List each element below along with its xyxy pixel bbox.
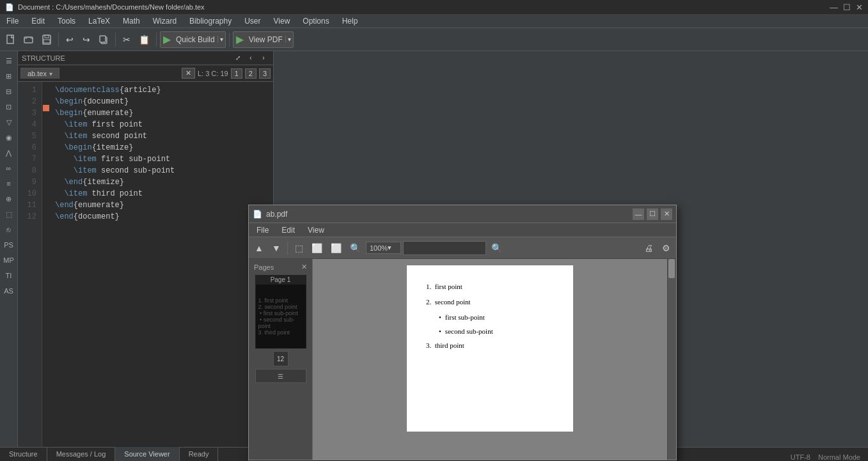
menu-latex[interactable]: LaTeX <box>82 15 116 27</box>
view-mode-3[interactable]: 3 <box>259 68 271 79</box>
pdf-search-input[interactable] <box>403 241 486 255</box>
sidebar-icon-11[interactable]: ⬚ <box>2 207 16 221</box>
save-button[interactable] <box>38 31 55 48</box>
ln-9: 9 <box>20 176 39 188</box>
sidebar-icon-13[interactable]: PS <box>2 238 16 252</box>
file-tab-dropdown[interactable]: ▾ <box>49 70 52 77</box>
line-col-indicator: L: 3 C: 19 <box>198 70 228 77</box>
file-tab-ab-tex[interactable]: ab.tex ▾ <box>20 68 59 79</box>
menu-view[interactable]: View <box>267 15 297 27</box>
new-button[interactable] <box>3 31 19 48</box>
pdf-scrollbar[interactable] <box>667 259 676 460</box>
tab-structure[interactable]: Structure <box>0 447 47 461</box>
status-info: UTF-8 Normal Mode <box>783 453 868 461</box>
view-pdf-btn[interactable]: ▶ View PDF ▾ <box>233 31 294 48</box>
menu-bibliography[interactable]: Bibliography <box>183 15 238 27</box>
sidebar-icon-9[interactable]: ≡ <box>2 176 16 191</box>
tab-messages-log[interactable]: Messages / Log <box>47 447 116 461</box>
view-mode-1[interactable]: 1 <box>231 68 242 79</box>
pdf-menu-file[interactable]: File <box>251 224 274 236</box>
menu-options[interactable]: Options <box>296 15 335 27</box>
pdf-maximize-btn[interactable]: ☐ <box>647 208 658 220</box>
redo-button[interactable]: ↪ <box>79 31 94 48</box>
cut-button[interactable]: ✂ <box>119 31 134 48</box>
page1-label: Page 1 <box>271 275 291 285</box>
pdf-next-page-btn[interactable]: ▼ <box>269 240 284 256</box>
pdf-close-btn[interactable]: ✕ <box>661 208 672 220</box>
sidebar-icon-3[interactable]: ⊟ <box>2 84 16 98</box>
paste-button[interactable]: 📋 <box>136 31 153 48</box>
pdf-zoom-out-btn[interactable]: 🔍 <box>347 240 364 256</box>
toolbar-separator-2 <box>115 33 116 47</box>
code-content[interactable]: \documentclass{article} \begin{document}… <box>50 82 273 447</box>
undo-button[interactable]: ↩ <box>62 31 77 48</box>
menu-user[interactable]: User <box>238 15 267 27</box>
pdf-title-controls[interactable]: — ☐ ✕ <box>633 208 672 220</box>
view-pdf-dropdown[interactable]: ▾ <box>285 36 293 43</box>
open-button[interactable] <box>20 31 37 48</box>
sidebar-icon-15[interactable]: TI <box>2 269 16 283</box>
view-mode-2[interactable]: 2 <box>245 68 256 79</box>
pages-close-btn[interactable]: ✕ <box>301 263 307 271</box>
encoding-label: UTF-8 <box>791 453 810 461</box>
pdf-menu-edit[interactable]: Edit <box>276 224 300 236</box>
sidebar-icon-7[interactable]: ⋀ <box>2 146 16 160</box>
view-btn-close[interactable]: ✕ <box>182 68 195 79</box>
pdf-item-1: 1. first point <box>426 281 554 292</box>
tab-ready[interactable]: Ready <box>180 447 219 461</box>
pdf-minimize-btn[interactable]: — <box>633 208 644 220</box>
pdf-search-btn[interactable]: 🔍 <box>488 240 505 256</box>
ln-12: 12 <box>20 211 39 223</box>
sidebar-icon-4[interactable]: ⊡ <box>2 100 16 114</box>
menu-tools[interactable]: Tools <box>51 15 82 27</box>
code-area[interactable]: 1 2 3 4 5 6 7 8 9 10 11 12 \documentclas… <box>18 82 273 447</box>
quick-build-btn[interactable]: ▶ Quick Build ▾ <box>160 31 226 48</box>
error-marker-3 <box>43 105 49 111</box>
menu-math[interactable]: Math <box>116 15 146 27</box>
menu-edit[interactable]: Edit <box>25 15 51 27</box>
minimize-button[interactable]: — <box>830 3 838 12</box>
menu-wizard[interactable]: Wizard <box>146 15 183 27</box>
copy-button[interactable] <box>95 31 112 48</box>
pdf-scroll-track[interactable] <box>668 259 676 460</box>
maximize-button[interactable]: ☐ <box>843 3 851 12</box>
view-pdf-label: View PDF <box>246 35 285 44</box>
menu-help[interactable]: Help <box>336 15 365 27</box>
sidebar-icon-2[interactable]: ⊞ <box>2 69 16 83</box>
pages-list-btn[interactable]: ☰ <box>255 369 306 383</box>
structure-back-btn[interactable]: ‹ <box>245 52 256 64</box>
sidebar-icons: ☰ ⊞ ⊟ ⊡ ▽ ◉ ⋀ ∞ ≡ ⊕ ⬚ ⎋ PS MP TI AS <box>0 51 18 447</box>
pdf-menu-view[interactable]: View <box>303 224 329 236</box>
page-thumbnail-1[interactable]: Page 1 1. first point 2. second point • … <box>255 275 306 348</box>
sidebar-icon-14[interactable]: MP <box>2 253 16 267</box>
structure-forward-btn[interactable]: › <box>258 52 269 64</box>
svg-rect-4 <box>43 40 50 43</box>
page-num-btn[interactable]: 12 <box>273 351 288 366</box>
sidebar-icon-6[interactable]: ◉ <box>2 130 16 145</box>
menu-file[interactable]: File <box>0 15 25 27</box>
pdf-main-view[interactable]: 1. first point 2. second point •first su… <box>313 259 667 460</box>
pdf-fit-height-btn[interactable]: ⬜ <box>327 240 345 256</box>
pdf-bullet-2: •second sub-point <box>439 325 554 337</box>
page1-thumb-img: 1. first point 2. second point • first s… <box>256 285 306 348</box>
file-tab-label: ab.tex <box>28 70 47 77</box>
quick-build-dropdown[interactable]: ▾ <box>217 36 225 43</box>
sidebar-icon-10[interactable]: ⊕ <box>2 192 16 206</box>
close-button[interactable]: ✕ <box>856 3 863 12</box>
pdf-scroll-thumb[interactable] <box>668 259 675 278</box>
structure-expand-btn[interactable]: ⤢ <box>232 52 244 64</box>
sidebar-icon-12[interactable]: ⎋ <box>2 223 16 237</box>
title-controls[interactable]: — ☐ ✕ <box>830 3 863 12</box>
pdf-settings-btn[interactable]: ⚙ <box>658 240 674 256</box>
sidebar-icon-5[interactable]: ▽ <box>2 115 16 129</box>
sidebar-icon-16[interactable]: AS <box>2 284 16 298</box>
tab-source-viewer[interactable]: Source Viewer <box>115 447 179 461</box>
pdf-zoom-arrow[interactable]: ▾ <box>388 244 391 252</box>
sidebar-icon-8[interactable]: ∞ <box>2 161 16 175</box>
pdf-prev-page-btn[interactable]: ▲ <box>251 240 267 256</box>
sidebar-icon-1[interactable]: ☰ <box>2 54 16 68</box>
pdf-fit-width-btn[interactable]: ⬜ <box>308 240 326 256</box>
pdf-print-btn[interactable]: 🖨 <box>641 240 656 256</box>
code-editor[interactable]: 1 2 3 4 5 6 7 8 9 10 11 12 \documentclas… <box>18 82 273 447</box>
pdf-fit-page-btn[interactable]: ⬚ <box>291 240 306 256</box>
